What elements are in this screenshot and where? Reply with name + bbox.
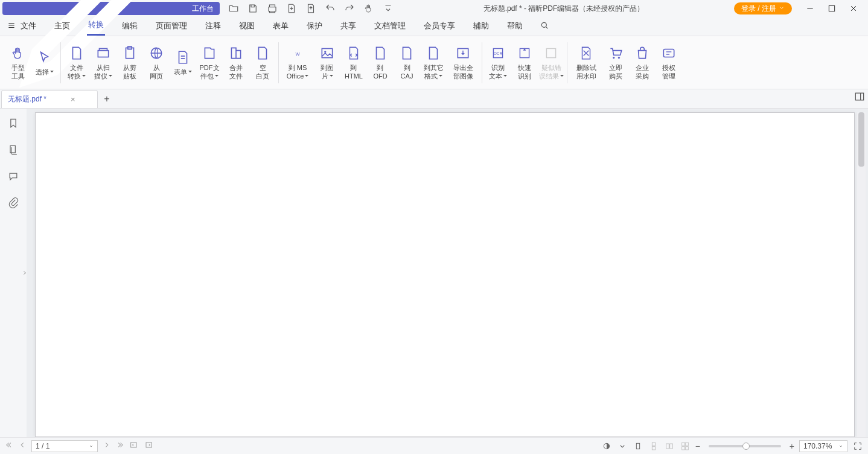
scrollbar-thumb[interactable] <box>858 112 864 167</box>
tab-close-icon[interactable]: × <box>71 95 75 104</box>
expand-handle-icon[interactable] <box>22 267 28 279</box>
select-button[interactable]: 选择 <box>31 39 58 87</box>
qat-dropdown-icon[interactable] <box>383 3 394 14</box>
next-page-icon[interactable] <box>103 441 111 451</box>
svg-text:W: W <box>295 51 300 57</box>
menu-help[interactable]: 帮助 <box>506 18 524 35</box>
hand-tool-button[interactable]: 手型 工具 <box>5 39 31 87</box>
menu-form[interactable]: 表单 <box>272 18 290 35</box>
menu-file[interactable]: 文件 <box>7 18 37 35</box>
to-html-button[interactable]: 到 HTML <box>340 39 367 87</box>
document-tab[interactable]: 无标题.pdf * × <box>1 90 98 108</box>
license-manage-button[interactable]: 授权 管理 <box>656 39 682 87</box>
from-clipboard-label: 从剪 贴板 <box>123 63 136 80</box>
other-format-icon <box>426 45 441 61</box>
document-page[interactable] <box>35 112 855 437</box>
add-tab-button[interactable]: + <box>98 90 116 108</box>
titlebar: 工作台 无标题.pdf * - 福昕PDF编辑器（未经授权的产品） 登录 / 注… <box>0 0 868 17</box>
from-web-button[interactable]: 从 网页 <box>143 39 170 87</box>
undo-icon[interactable] <box>325 3 336 14</box>
color-mode-icon[interactable] <box>601 441 612 451</box>
svg-rect-24 <box>652 446 655 449</box>
cursor-icon <box>37 50 53 65</box>
file-convert-button[interactable]: 文件 转换 <box>63 39 90 87</box>
pages-icon[interactable] <box>7 144 19 156</box>
zoom-caret-icon[interactable] <box>838 442 843 450</box>
cart-icon <box>608 45 624 61</box>
search-icon[interactable] <box>540 21 549 32</box>
merge-button[interactable]: 合并 文件 <box>223 39 249 87</box>
minimize-icon[interactable] <box>805 4 815 13</box>
menu-assist[interactable]: 辅助 <box>472 18 490 35</box>
hand-drop-icon[interactable] <box>363 3 374 14</box>
to-caj-button[interactable]: 到 CAJ <box>394 39 420 87</box>
panel-toggle-icon[interactable] <box>854 91 866 103</box>
open-icon[interactable] <box>228 3 239 14</box>
to-image-button[interactable]: 到图 片 <box>314 39 340 87</box>
export-all-images-button[interactable]: 导出全 部图像 <box>447 39 479 87</box>
menu-docmanage[interactable]: 文档管理 <box>373 18 407 35</box>
to-other-button[interactable]: 到其它 格式 <box>420 39 447 87</box>
to-ofd-button[interactable]: 到 OFD <box>367 39 394 87</box>
save-icon[interactable] <box>247 3 258 14</box>
zoom-slider-thumb[interactable] <box>742 443 750 450</box>
zoom-slider[interactable] <box>709 445 781 447</box>
export-icon[interactable] <box>286 3 297 14</box>
dropdown-caret-icon[interactable] <box>89 442 94 450</box>
remove-watermark-button[interactable]: 删除试 用水印 <box>570 39 602 87</box>
continuous-page-icon[interactable] <box>648 441 659 451</box>
redo-icon[interactable] <box>344 3 355 14</box>
menu-view[interactable]: 视图 <box>238 18 256 35</box>
buy-now-button[interactable]: 立即 购买 <box>602 39 629 87</box>
last-page-icon[interactable] <box>116 441 124 451</box>
menu-comment[interactable]: 注释 <box>204 18 222 35</box>
ocr-text-button[interactable]: OCR识别 文本 <box>485 39 511 87</box>
from-web-label: 从 网页 <box>150 63 163 80</box>
menu-edit[interactable]: 编辑 <box>121 18 139 35</box>
maximize-icon[interactable] <box>827 4 837 13</box>
print-icon[interactable] <box>267 3 278 14</box>
nav-forward-icon[interactable] <box>144 440 153 452</box>
pdf-package-button[interactable]: PDF文 件包 <box>196 39 223 87</box>
zoom-out-icon[interactable]: − <box>695 441 700 451</box>
menu-protect[interactable]: 保护 <box>305 18 324 35</box>
comments-icon[interactable] <box>7 170 19 182</box>
zoom-in-icon[interactable]: + <box>790 441 794 451</box>
menu-page[interactable]: 页面管理 <box>155 18 188 35</box>
to-ofd-label: 到 OFD <box>373 63 387 80</box>
nav-back-icon[interactable] <box>129 440 139 452</box>
menu-vip[interactable]: 会员专享 <box>423 18 456 35</box>
form-icon <box>175 50 191 65</box>
form-button[interactable]: 表单 <box>170 39 196 87</box>
login-button[interactable]: 登录 / 注册 <box>734 2 792 14</box>
menu-home[interactable]: 主页 <box>53 18 71 35</box>
facing-page-icon[interactable] <box>664 441 675 451</box>
single-page-icon[interactable] <box>633 441 643 451</box>
workspace-button[interactable]: 工作台 <box>2 2 220 15</box>
from-scanner-label: 从扫 描仪 <box>94 63 112 80</box>
attachment-icon[interactable] <box>7 197 19 209</box>
suspect-result-button: 疑似错 误结果 <box>538 39 564 87</box>
continuous-facing-icon[interactable] <box>680 441 691 451</box>
clipboard-icon <box>122 45 138 61</box>
menu-convert[interactable]: 转换 <box>87 17 105 36</box>
import-icon[interactable] <box>305 3 316 14</box>
from-clipboard-button[interactable]: 从剪 贴板 <box>116 39 143 87</box>
fullscreen-icon[interactable] <box>852 441 863 451</box>
to-msoffice-button[interactable]: W到 MS Office <box>281 39 314 87</box>
close-icon[interactable] <box>849 4 858 13</box>
html-icon <box>346 45 362 61</box>
menu-file-label: 文件 <box>19 18 37 35</box>
enterprise-button[interactable]: 企业 采购 <box>629 39 656 87</box>
bookmark-icon[interactable] <box>7 117 19 129</box>
caret-down-icon[interactable] <box>617 441 628 451</box>
blank-page-button[interactable]: 空 白页 <box>249 39 276 87</box>
vertical-scrollbar[interactable] <box>857 112 866 437</box>
menu-share[interactable]: 共享 <box>339 18 357 35</box>
from-scanner-button[interactable]: 从扫 描仪 <box>90 39 116 87</box>
zoom-input[interactable]: 170.37% <box>799 440 847 452</box>
page-input[interactable]: 1 / 1 <box>31 440 98 452</box>
quick-ocr-button[interactable]: 快速 识别 <box>511 39 538 87</box>
first-page-icon[interactable] <box>5 441 13 451</box>
prev-page-icon[interactable] <box>18 441 27 451</box>
